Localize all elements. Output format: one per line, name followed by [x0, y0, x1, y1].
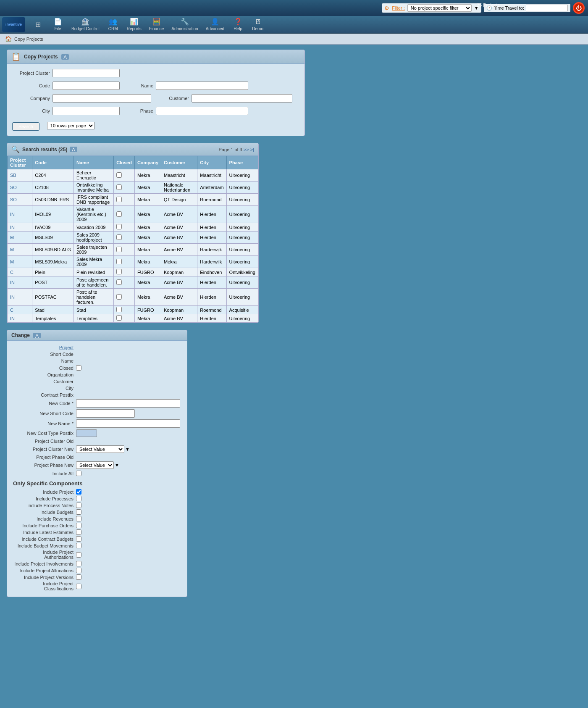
- project-link[interactable]: Project: [59, 345, 74, 350]
- table-row[interactable]: C Stad Stad FUGRO Koopman Roermond Acqui…: [8, 306, 258, 314]
- component-checkbox[interactable]: [76, 574, 81, 580]
- cf-includeall-checkbox[interactable]: [76, 471, 81, 476]
- closed-checkbox[interactable]: [116, 184, 122, 190]
- closed-checkbox[interactable]: [116, 269, 122, 274]
- crm-nav-icon: 👥: [109, 18, 117, 26]
- table-row[interactable]: IN IVAC09 Vacation 2009 Mekra Acme BV Hi…: [8, 223, 258, 232]
- cf-newcode-input[interactable]: [76, 399, 180, 408]
- rows-per-page-select[interactable]: 10 rows per page 25 rows per page 50 row…: [47, 122, 94, 129]
- closed-checkbox[interactable]: [116, 224, 122, 229]
- component-checkbox[interactable]: [76, 503, 81, 508]
- filter-label[interactable]: Filter :: [392, 5, 405, 11]
- table-row[interactable]: SO C2108 Ontwikkeling Invantive Melba Me…: [8, 182, 258, 194]
- power-button[interactable]: ⏻: [573, 2, 585, 14]
- closed-checkbox[interactable]: [116, 294, 122, 300]
- table-row[interactable]: M MSLS09 Sales 2009 hoofdproject Mekra A…: [8, 232, 258, 244]
- results-collapse-btn[interactable]: ⋀: [70, 147, 77, 152]
- table-row[interactable]: SB C204 Beheer Energetic Mekra Maastrich…: [8, 169, 258, 182]
- cell-closed: [114, 268, 135, 276]
- change-collapse-btn[interactable]: ⋀: [33, 333, 41, 338]
- nav-reports[interactable]: 📊 Reports: [123, 16, 145, 32]
- cf-closed-checkbox[interactable]: [76, 365, 81, 371]
- closed-checkbox[interactable]: [116, 172, 122, 178]
- search-collapse-btn[interactable]: ⋀: [61, 54, 69, 60]
- code-input[interactable]: [52, 82, 120, 90]
- cf-phasenew-select[interactable]: Select Value: [76, 461, 114, 469]
- table-row[interactable]: M MSLS09.Mekra Sales Mekra 2009 Mekra Me…: [8, 256, 258, 268]
- nav-finance[interactable]: 🧮 Finance: [146, 16, 168, 32]
- closed-checkbox[interactable]: [116, 234, 122, 240]
- cluster-link[interactable]: IN: [10, 212, 15, 217]
- closed-checkbox[interactable]: [116, 315, 122, 321]
- nav-budget[interactable]: 🏦 Budget Control: [68, 16, 103, 32]
- city-input[interactable]: [52, 107, 120, 115]
- nav-crm[interactable]: 👥 CRM: [104, 16, 123, 32]
- search-button[interactable]: Search: [12, 122, 39, 131]
- table-row[interactable]: IN IHOL09 Vakantie (Kerstmis etc.) 2009 …: [8, 206, 258, 223]
- nav-finance-label: Finance: [149, 26, 164, 31]
- search-panel: 📋 Copy Projects ⋀ Project Cluster Code N…: [7, 50, 305, 136]
- top-bar: 25 Projects ⚙ Filter : No project specif…: [0, 0, 588, 16]
- cluster-link[interactable]: SB: [10, 173, 16, 178]
- cluster-link[interactable]: IN: [10, 316, 15, 321]
- nav-home[interactable]: ⊞: [29, 19, 47, 30]
- table-row[interactable]: M MSLS09.BD.ALG Sales trajecten 2009 Mek…: [8, 244, 258, 256]
- component-checkbox[interactable]: [76, 489, 81, 495]
- closed-checkbox[interactable]: [116, 211, 122, 217]
- form-row-2: Code Name: [12, 82, 299, 92]
- cluster-link[interactable]: IN: [10, 295, 15, 300]
- table-row[interactable]: IN POSTFAC Post: af te handelen facturen…: [8, 289, 258, 306]
- filter-select[interactable]: No project specific filter: [407, 4, 472, 12]
- time-travel-input[interactable]: [526, 5, 568, 11]
- cluster-link[interactable]: M: [10, 235, 14, 240]
- component-checkbox[interactable]: [76, 523, 81, 528]
- component-checkbox[interactable]: [76, 536, 81, 542]
- closed-checkbox[interactable]: [116, 279, 122, 285]
- pagination-last[interactable]: >|: [250, 147, 254, 152]
- component-checkbox[interactable]: [76, 509, 81, 515]
- cell-city: Hierden: [197, 206, 226, 223]
- pagination-next[interactable]: >>: [244, 147, 249, 152]
- project-cluster-input[interactable]: [52, 69, 120, 77]
- table-row[interactable]: IN Templates Templates Mekra Acme BV Hie…: [8, 314, 258, 323]
- nav-file[interactable]: 📄 File: [48, 16, 67, 32]
- nav-demo[interactable]: 🖥 Demo: [248, 17, 267, 32]
- component-checkbox[interactable]: [76, 516, 81, 521]
- table-row[interactable]: C Plein Plein revisited FUGRO Koopman Ei…: [8, 268, 258, 276]
- cf-newcosttype-row: New Cost Type Postfix: [13, 429, 181, 437]
- cluster-link[interactable]: IN: [10, 280, 15, 285]
- nav-admin[interactable]: 🔧 Administration: [168, 16, 201, 32]
- phase-input[interactable]: [156, 107, 248, 115]
- component-checkbox[interactable]: [76, 568, 81, 573]
- closed-checkbox[interactable]: [116, 247, 122, 252]
- cf-newname-input[interactable]: [76, 419, 180, 428]
- cluster-link[interactable]: M: [10, 259, 14, 264]
- component-checkbox[interactable]: [76, 561, 81, 566]
- name-input[interactable]: [156, 82, 248, 90]
- component-checkbox[interactable]: [76, 584, 81, 589]
- cluster-link[interactable]: SO: [10, 185, 17, 190]
- table-row[interactable]: SO C503.DNB IFRS IFRS compliant DNB rapp…: [8, 194, 258, 206]
- cluster-link[interactable]: IN: [10, 225, 15, 230]
- closed-checkbox[interactable]: [116, 307, 122, 312]
- cluster-link[interactable]: C: [10, 308, 13, 313]
- change-panel-title: Change: [11, 332, 30, 338]
- cluster-link[interactable]: SO: [10, 197, 17, 202]
- nav-advanced[interactable]: 👤 Advanced: [202, 16, 228, 32]
- customer-input[interactable]: [192, 94, 292, 103]
- cf-clusternew-select[interactable]: Select Value: [76, 445, 124, 453]
- cf-newshortcode-input[interactable]: [76, 409, 135, 418]
- nav-help[interactable]: ❓ Help: [228, 16, 247, 32]
- cluster-link[interactable]: C: [10, 270, 13, 275]
- company-input[interactable]: [52, 94, 151, 103]
- component-checkbox[interactable]: [76, 552, 81, 558]
- cluster-link[interactable]: M: [10, 247, 14, 252]
- closed-checkbox[interactable]: [116, 259, 122, 264]
- cell-closed: [114, 306, 135, 314]
- table-row[interactable]: IN POST Post: algemeen af te handelen. M…: [8, 276, 258, 289]
- component-checkbox[interactable]: [76, 496, 81, 501]
- component-row: Include Project Classifications: [13, 581, 181, 591]
- component-checkbox[interactable]: [76, 529, 81, 535]
- closed-checkbox[interactable]: [116, 197, 122, 202]
- component-checkbox[interactable]: [76, 543, 81, 548]
